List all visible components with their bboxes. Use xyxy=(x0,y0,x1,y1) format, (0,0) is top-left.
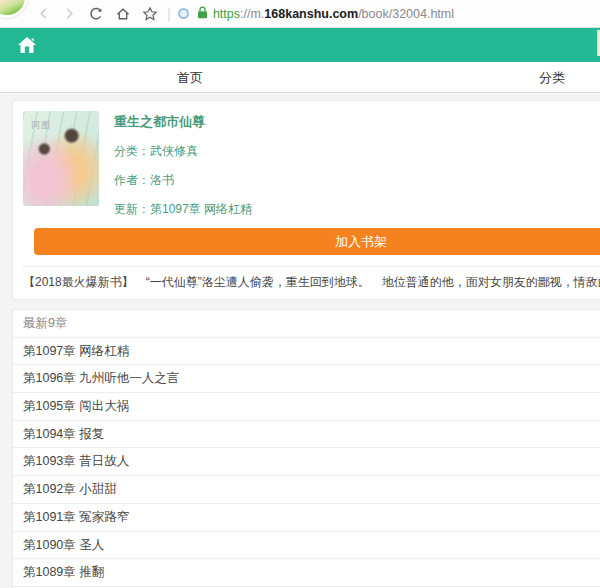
author-value[interactable]: 洛书 xyxy=(150,173,174,187)
browser-profile-avatar[interactable] xyxy=(0,0,28,18)
book-cover-image[interactable]: 同图 xyxy=(23,111,99,206)
url-domain: 168kanshu.com xyxy=(264,7,358,21)
chapter-link[interactable]: 第1091章 冤家路窄 xyxy=(13,504,600,532)
reload-icon[interactable] xyxy=(88,6,104,22)
address-bar[interactable]: https://m.168kanshu.com/book/32004.html xyxy=(213,7,454,21)
chapter-link[interactable]: 第1092章 小甜甜 xyxy=(13,476,600,504)
book-info: 同图 重生之都市仙尊 分类：武侠修真 作者：洛书 更新：第1097章 网络杠精 xyxy=(23,111,600,218)
book-card: 同图 重生之都市仙尊 分类：武侠修真 作者：洛书 更新：第1097章 网络杠精 … xyxy=(12,100,600,300)
book-author-line: 作者：洛书 xyxy=(114,172,252,189)
url-path: /book/32004.html xyxy=(358,7,454,21)
tab-bar: 首页 分类 xyxy=(0,62,600,93)
book-meta: 重生之都市仙尊 分类：武侠修真 作者：洛书 更新：第1097章 网络杠精 xyxy=(114,111,252,218)
add-to-shelf-button[interactable]: 加入书架 xyxy=(34,228,600,255)
chapter-link[interactable]: 第1097章 网络杠精 xyxy=(13,338,600,366)
browser-nav-buttons xyxy=(36,6,158,22)
chapter-list-card: 最新9章 第1097章 网络杠精 第1096章 九州听他一人之言 第1095章 … xyxy=(12,309,600,588)
update-label: 更新： xyxy=(114,202,150,216)
book-update-line: 更新：第1097章 网络杠精 xyxy=(114,201,252,218)
latest-chapter-link[interactable]: 第1097章 网络杠精 xyxy=(150,202,252,216)
category-label: 分类： xyxy=(114,144,150,158)
secure-lock-icon[interactable] xyxy=(197,5,208,23)
bookmark-star-icon[interactable] xyxy=(142,6,158,22)
url-separator: ://m. xyxy=(240,7,264,21)
chapter-link[interactable]: 第1090章 圣人 xyxy=(13,532,600,560)
chapter-link[interactable]: 第1095章 闯出大祸 xyxy=(13,393,600,421)
forward-icon[interactable] xyxy=(62,6,77,21)
chapter-list-header: 最新9章 xyxy=(13,310,600,338)
chapter-link[interactable]: 第1096章 九州听他一人之言 xyxy=(13,365,600,393)
chapter-link[interactable]: 第1093章 昔日故人 xyxy=(13,448,600,476)
category-value[interactable]: 武侠修真 xyxy=(150,144,198,158)
home-icon[interactable] xyxy=(115,6,131,22)
url-scheme: https xyxy=(213,7,240,21)
tab-categories[interactable]: 分类 xyxy=(492,62,600,93)
mobile-page: 首页 分类 同图 重生之都市仙尊 分类：武侠修真 作者：洛书 更新：第1097章… xyxy=(0,28,600,588)
toolbar-divider: | xyxy=(167,5,171,22)
site-header xyxy=(0,28,600,62)
site-home-icon[interactable] xyxy=(17,36,37,54)
chapter-link[interactable]: 第1089章 推翻 xyxy=(13,559,600,587)
book-description: 【2018最火爆新书】 “一代仙尊”洛尘遭人偷袭，重生回到地球。 地位普通的他，… xyxy=(23,274,600,291)
page-viewport: 首页 分类 同图 重生之都市仙尊 分类：武侠修真 作者：洛书 更新：第1097章… xyxy=(0,28,600,588)
author-label: 作者： xyxy=(114,173,150,187)
book-category-line: 分类：武侠修真 xyxy=(114,143,252,160)
dotted-divider xyxy=(23,266,600,267)
site-permission-icon[interactable] xyxy=(178,8,189,19)
book-title: 重生之都市仙尊 xyxy=(114,113,252,131)
cover-watermark: 同图 xyxy=(31,119,51,132)
tab-homepage[interactable]: 首页 xyxy=(130,62,250,93)
browser-toolbar: | https://m.168kanshu.com/book/32004.htm… xyxy=(0,0,600,28)
back-icon[interactable] xyxy=(36,6,51,21)
chapter-link[interactable]: 第1094章 报复 xyxy=(13,421,600,449)
